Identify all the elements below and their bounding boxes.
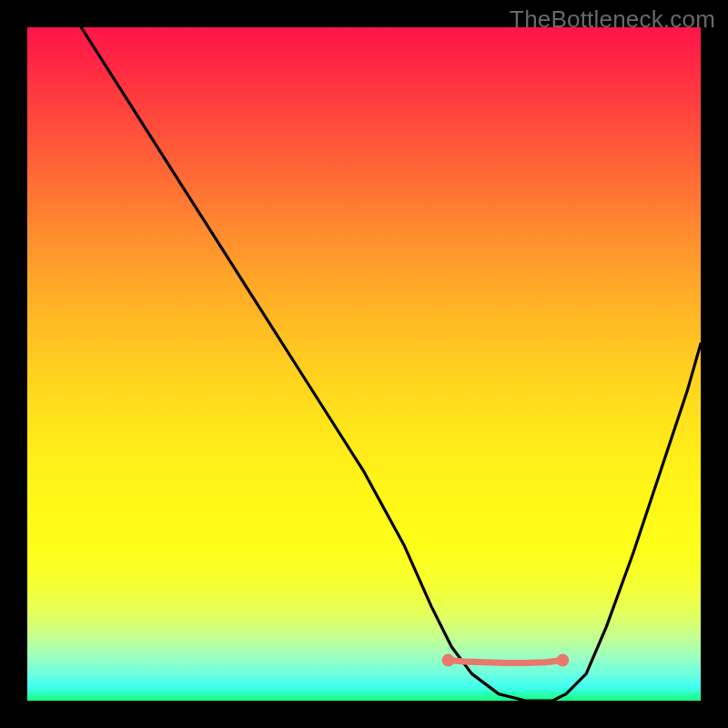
plot-area — [27, 27, 701, 701]
optimal-band-endpoint — [442, 654, 455, 667]
chart-frame: TheBottleneck.com — [0, 0, 728, 728]
watermark-text: TheBottleneck.com — [510, 5, 715, 34]
optimal-band-line — [449, 661, 563, 663]
optimal-band-endpoint — [556, 654, 569, 667]
bottleneck-curve — [81, 27, 701, 701]
curve-layer — [27, 27, 701, 701]
